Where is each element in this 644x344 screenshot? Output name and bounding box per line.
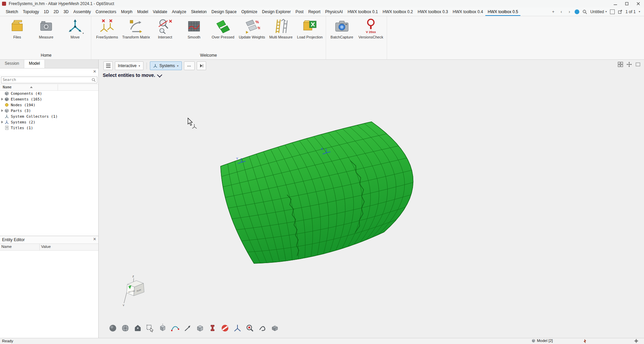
menu-item-sketch[interactable]: Sketch: [3, 7, 21, 16]
entity-tag-icon[interactable]: [133, 324, 142, 333]
systems-tool-button[interactable]: Systems ▼: [150, 61, 182, 70]
menu-item-hwx-toolbox-0-3[interactable]: HWX toolbox 0.3: [415, 7, 450, 16]
document-dropdown[interactable]: Untitled ▼: [590, 9, 607, 14]
tree-row-systems-2[interactable]: Systems (2): [0, 119, 98, 125]
search-input[interactable]: [1, 77, 97, 83]
export-icon[interactable]: [617, 9, 623, 15]
ribbon-button-transform-matrix[interactable]: Transform Matrix: [122, 18, 151, 39]
vector-tool-icon[interactable]: [183, 324, 192, 333]
more-options-button[interactable]: …: [184, 61, 195, 70]
maximize-button[interactable]: [621, 0, 633, 7]
ribbon-button-batchcapture[interactable]: BatchCapture: [327, 18, 356, 39]
solid-block-icon[interactable]: [196, 324, 204, 333]
svg-text:R: R: [321, 147, 323, 151]
tree-row-parts-3[interactable]: Parts (3): [0, 108, 98, 114]
close-button[interactable]: [633, 0, 644, 7]
menu-item-design-explorer[interactable]: Design Explorer: [260, 7, 293, 16]
add-tab-icon[interactable]: +: [550, 9, 556, 15]
layout-icon[interactable]: [610, 9, 615, 14]
edit-curve-icon[interactable]: [171, 324, 180, 333]
page-indicator-chevron-icon[interactable]: ▼: [638, 10, 641, 13]
tree-row-components-4[interactable]: Components (4): [0, 91, 98, 96]
ribbon-button-versionscheck[interactable]: V 20xxVersionsCheck: [356, 18, 385, 39]
wireframe-globe-icon[interactable]: [121, 324, 130, 333]
viewport-toolbar: Interactive ▼ Systems ▼ …: [103, 61, 206, 70]
browser-close-icon[interactable]: ✕: [93, 69, 96, 74]
menu-item-2d[interactable]: 2D: [51, 7, 61, 16]
tree-row-system-collectors-1[interactable]: System Collectors (1): [0, 114, 98, 119]
expand-arrow-icon[interactable]: [0, 109, 4, 112]
beam-section-icon[interactable]: [208, 324, 217, 333]
status-alert-icon[interactable]: [582, 339, 587, 344]
mode-dropdown-button[interactable]: Interactive ▼: [115, 61, 143, 70]
ribbon-button-files[interactable]: Files: [3, 18, 32, 39]
next-chevron-icon[interactable]: ›: [567, 9, 572, 15]
expand-arrow-icon[interactable]: [0, 98, 4, 101]
search-entities-icon[interactable]: [246, 324, 254, 333]
menu-item-physicsai[interactable]: PhysicsAI: [323, 7, 345, 16]
ribbon-button-over-pressed[interactable]: Over Pressed: [208, 18, 237, 39]
menu-item-hwx-toolbox-0-5[interactable]: HWX toolbox 0.5: [485, 7, 520, 16]
search-icon[interactable]: [582, 9, 587, 15]
ribbon-button-multi-measure[interactable]: Multi Measure: [266, 18, 295, 39]
menu-item-model[interactable]: Model: [135, 7, 151, 16]
minimize-button[interactable]: [610, 0, 621, 7]
menu-item-post[interactable]: Post: [293, 7, 306, 16]
menu-item-connectors[interactable]: Connectors: [93, 7, 119, 16]
menu-item-optimize[interactable]: Optimize: [239, 7, 259, 16]
prev-chevron-icon[interactable]: ‹: [558, 9, 564, 15]
advance-button[interactable]: [197, 61, 206, 70]
area-select-icon[interactable]: [146, 324, 155, 333]
menu-item-1d[interactable]: 1D: [41, 7, 51, 16]
status-crosshair-icon[interactable]: [634, 339, 639, 344]
column-divider: [58, 84, 58, 90]
mask-icon[interactable]: [221, 324, 229, 333]
guide-menu-button[interactable]: [103, 61, 113, 70]
ribbon-button-label: BatchCapture: [330, 35, 353, 39]
model-badge-text: Model [2]: [537, 339, 553, 343]
morph-tool-icon[interactable]: [258, 324, 267, 333]
menu-item-hwx-toolbox-0-4[interactable]: HWX toolbox 0.4: [450, 7, 485, 16]
menu-item-topology[interactable]: Topology: [21, 7, 41, 16]
tree-row-nodes-194[interactable]: Nodes (194): [0, 102, 98, 108]
components-icon: [4, 91, 9, 96]
menu-item-3d[interactable]: 3D: [61, 7, 71, 16]
grid-view-icon[interactable]: [617, 61, 624, 68]
ribbon-button-move[interactable]: Move▼: [61, 18, 90, 39]
prompt-text: Select entities to move.: [103, 73, 155, 78]
ribbon-button-update-weights[interactable]: %%Update Weights: [237, 18, 266, 39]
ribbon-button-measure[interactable]: Measure: [32, 18, 61, 39]
menu-item-hwx-toolbox-0-2[interactable]: HWX toolbox 0.2: [380, 7, 415, 16]
pan-arrows-icon[interactable]: [626, 61, 633, 68]
geometry-block-icon[interactable]: [270, 324, 279, 333]
menu-item-report[interactable]: Report: [306, 7, 323, 16]
chevron-down-icon[interactable]: ▼: [82, 32, 84, 34]
ribbon-button-label: Load Projection: [297, 35, 323, 39]
entity-editor-close-icon[interactable]: ✕: [93, 237, 96, 241]
tree-row-titles-1[interactable]: Titles (1): [0, 125, 98, 131]
tab-model[interactable]: Model: [24, 60, 45, 68]
ribbon-button-intersect[interactable]: Intersect: [151, 18, 180, 39]
maximize-viewport-icon[interactable]: [635, 61, 641, 68]
graphics-viewport[interactable]: YRZBOTTOMREARY Interactive ▼ Systems ▼ ……: [99, 60, 644, 338]
tree-column-header[interactable]: Name: [0, 84, 98, 91]
systems-triad-icon[interactable]: [233, 324, 242, 333]
menu-item-analyze[interactable]: Analyze: [169, 7, 189, 16]
menu-item-morph[interactable]: Morph: [119, 7, 135, 16]
move-box-icon[interactable]: [158, 324, 167, 333]
menu-item-design-space[interactable]: Design Space: [209, 7, 239, 16]
model-badge[interactable]: Model [2]: [532, 339, 553, 343]
ribbon-button-freesystems[interactable]: FreeSystems: [93, 18, 122, 39]
expand-arrow-icon[interactable]: [0, 121, 4, 123]
tab-session[interactable]: Session: [0, 60, 24, 68]
shaded-sphere-icon[interactable]: [108, 324, 117, 333]
menu-item-assembly[interactable]: Assembly: [71, 7, 93, 16]
sync-icon[interactable]: [575, 9, 579, 14]
menu-item-hwx-toolbox-0-1[interactable]: HWX toolbox 0.1: [345, 7, 380, 16]
ribbon-button-smooth[interactable]: Smooth: [180, 18, 208, 39]
scene-canvas[interactable]: YRZBOTTOMREARY: [99, 60, 644, 338]
menu-item-validate[interactable]: Validate: [151, 7, 169, 16]
menu-item-skeleton[interactable]: Skeleton: [189, 7, 209, 16]
tree-row-elements-165[interactable]: Elements (165): [0, 96, 98, 102]
ribbon-button-load-projection[interactable]: Load Projection: [295, 18, 324, 39]
